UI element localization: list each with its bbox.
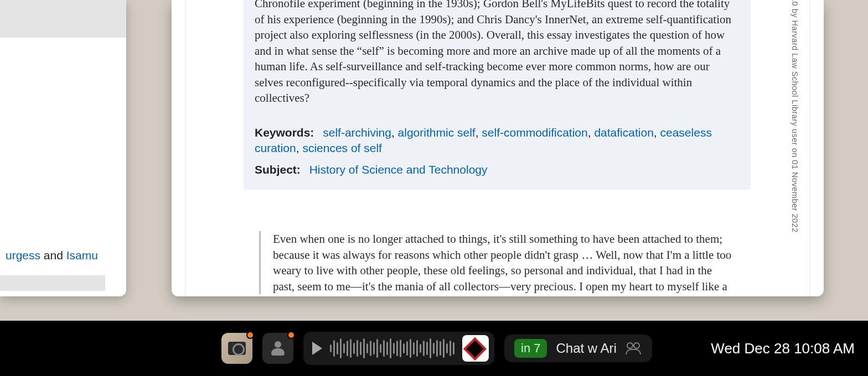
notification-dot-icon xyxy=(246,331,254,339)
separator: , xyxy=(296,142,303,154)
separator: , xyxy=(588,126,595,139)
author-link[interactable]: Isamu xyxy=(66,249,98,262)
person-icon xyxy=(271,341,285,356)
list-item xyxy=(0,150,126,188)
people-icon xyxy=(626,342,642,354)
keyword-link[interactable]: datafication xyxy=(594,126,653,139)
abstract-box: Chronofile experiment (beginning in the … xyxy=(244,0,751,190)
media-player[interactable] xyxy=(303,332,494,365)
sidebar-authors: urgess and Isamu xyxy=(0,241,105,270)
play-icon[interactable] xyxy=(312,342,322,355)
calendar-event[interactable]: in 7 Chat w Ari xyxy=(504,335,652,362)
left-list xyxy=(0,0,126,188)
list-item xyxy=(0,113,126,150)
app-tile-photo[interactable] xyxy=(221,333,252,364)
subject-label: Subject: xyxy=(255,163,301,176)
subject-link[interactable]: History of Science and Technology xyxy=(309,163,488,176)
author-link[interactable]: urgess xyxy=(6,249,40,262)
notification-dot-icon xyxy=(287,331,295,339)
waveform-icon[interactable] xyxy=(330,337,454,359)
document-window[interactable]: Chronofile experiment (beginning in the … xyxy=(172,0,824,296)
blockquote: Even when one is no longer attached to t… xyxy=(259,231,735,294)
separator: , xyxy=(391,126,398,139)
separator: , xyxy=(654,126,660,139)
document-page: Chronofile experiment (beginning in the … xyxy=(186,0,809,296)
keyword-link[interactable]: self-commodification xyxy=(482,126,587,139)
list-item xyxy=(0,275,105,291)
keyword-link[interactable]: algorithmic self xyxy=(398,126,476,139)
download-watermark: 10 by Harvard Law School Library user on… xyxy=(788,0,799,234)
clock[interactable]: Wed Dec 28 10:08 AM xyxy=(711,340,855,357)
keyword-link[interactable]: sciences of self xyxy=(302,142,382,154)
app-tile-contact[interactable] xyxy=(262,333,293,364)
abstract-text: Chronofile experiment (beginning in the … xyxy=(255,0,740,106)
subject-row: Subject: History of Science and Technolo… xyxy=(255,162,740,178)
list-item xyxy=(0,75,126,113)
list-item xyxy=(0,38,126,75)
keyword-link[interactable]: self-archiving xyxy=(323,126,391,139)
event-title: Chat w Ari xyxy=(556,341,616,356)
keywords-row: Keywords: self-archiving, algorithmic se… xyxy=(255,125,740,156)
background-window: urgess and Isamu xyxy=(0,0,126,296)
text: and xyxy=(40,249,66,262)
separator: , xyxy=(476,126,482,139)
taskbar: in 7 Chat w Ari Wed Dec 28 10:08 AM xyxy=(0,321,868,376)
album-art[interactable] xyxy=(462,335,489,362)
list-item xyxy=(0,0,126,38)
event-countdown-badge: in 7 xyxy=(514,339,547,358)
camera-icon xyxy=(228,342,246,355)
keywords-label: Keywords: xyxy=(255,126,314,139)
